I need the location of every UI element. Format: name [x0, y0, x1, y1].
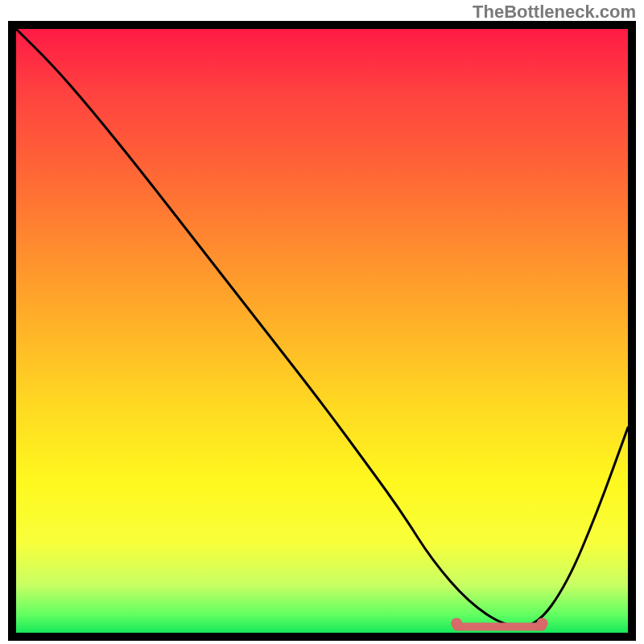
watermark-text: TheBottleneck.com: [473, 2, 636, 23]
curve-path: [16, 29, 628, 627]
plot-frame: [8, 21, 636, 641]
gradient-panel: [16, 29, 628, 633]
chart-svg: [16, 29, 628, 633]
highlight-dot-start: [451, 618, 462, 630]
highlight-dot-end: [537, 618, 548, 630]
